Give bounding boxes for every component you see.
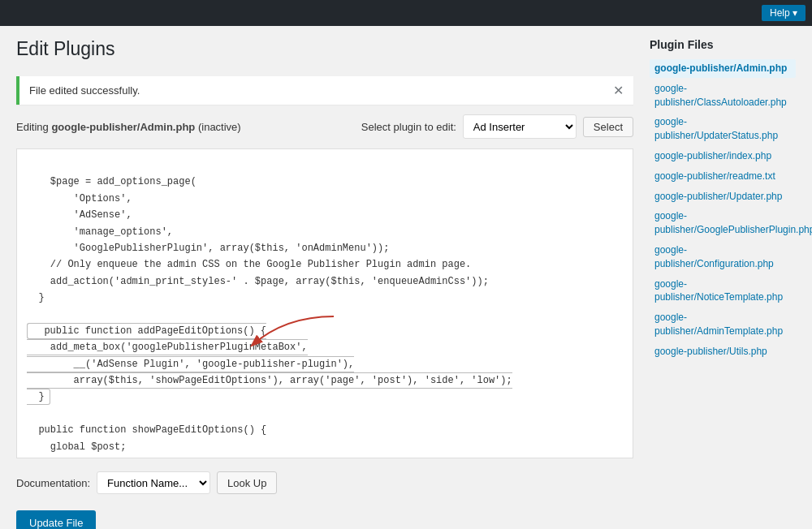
file-list: google-publisher/Admin.php google-publis… [650,59,796,361]
file-item-noticetemplate[interactable]: google-publisher/NoticeTemplate.php [650,275,796,308]
page-title: Edit Plugins [16,38,633,60]
notice-close-button[interactable]: ✕ [613,83,624,98]
documentation-bar: Documentation: Function Name... Look Up [16,471,633,494]
file-item-updaterstatus[interactable]: google-publisher/UpdaterStatus.php [650,113,796,145]
main-panel: Edit Plugins File edited successfully. ✕… [16,38,633,529]
doc-label: Documentation: [16,477,90,489]
file-item-classautoloader[interactable]: google-publisher/ClassAutoloader.php [650,80,796,112]
doc-function-select[interactable]: Function Name... [97,471,210,494]
plugin-select-area: Select plugin to edit: Ad Inserter Selec… [361,114,633,139]
code-content: $page = add_options_page( 'Options', 'Ad… [17,149,633,458]
sidebar-panel: Plugin Files google-publisher/Admin.php … [650,38,796,529]
file-item-readme[interactable]: google-publisher/readme.txt [650,167,796,186]
editing-status: (inactive) [198,121,241,133]
page-wrapper: Help ▾ Edit Plugins File edited successf… [0,0,812,529]
select-plugin-button[interactable]: Select [583,117,633,137]
lookup-button[interactable]: Look Up [217,471,277,494]
code-editor[interactable]: $page = add_options_page( 'Options', 'Ad… [16,148,633,458]
code-after: public function showPageEditOptions() { … [27,424,401,458]
editing-filename: google-publisher/Admin.php [51,121,195,133]
file-item-admin[interactable]: google-publisher/Admin.php [650,59,796,78]
file-item-googlepublisherplugin[interactable]: google-publisher/GooglePublisherPlugin.p… [650,207,796,239]
editing-info: Editing google-publisher/Admin.php (inac… [16,121,241,133]
plugin-select-dropdown[interactable]: Ad Inserter [463,114,577,139]
content-area: Edit Plugins File edited successfully. ✕… [0,26,812,529]
file-item-configuration[interactable]: google-publisher/Configuration.php [650,241,796,273]
highlighted-code-block: public function addPageEditOptions() { a… [27,323,512,406]
code-before: $page = add_options_page( 'Options', 'Ad… [27,176,489,303]
notice-text: File edited successfully. [29,84,140,97]
file-item-updater[interactable]: google-publisher/Updater.php [650,187,796,206]
editing-bar: Editing google-publisher/Admin.php (inac… [16,114,633,139]
update-file-button[interactable]: Update File [16,510,96,529]
notice-bar: File edited successfully. ✕ [16,76,633,105]
file-item-admintemplate[interactable]: google-publisher/AdminTemplate.php [650,308,796,341]
sidebar-title: Plugin Files [650,38,796,51]
file-item-utils[interactable]: google-publisher/Utils.php [650,342,796,361]
editing-prefix: Editing [16,121,49,133]
select-plugin-label: Select plugin to edit: [361,121,456,133]
top-bar: Help ▾ [0,0,812,26]
file-item-index[interactable]: google-publisher/index.php [650,147,796,166]
help-button[interactable]: Help ▾ [762,5,806,21]
